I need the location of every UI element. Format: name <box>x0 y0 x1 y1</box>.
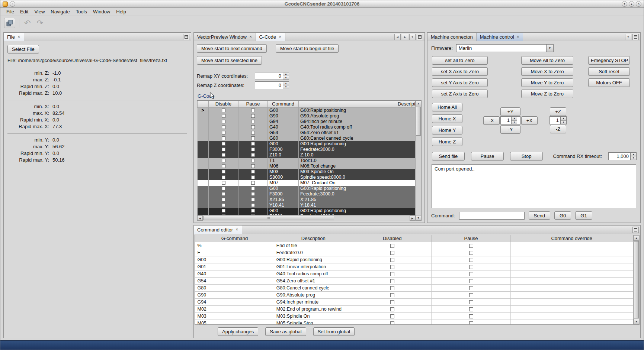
set-all-to-zero-button[interactable]: set all to Zero <box>432 56 488 65</box>
disabled-checkbox[interactable] <box>390 300 394 304</box>
pause-checkbox[interactable] <box>469 314 473 318</box>
disable-checkbox[interactable] <box>222 120 225 123</box>
editor-column-g-command[interactable]: G-command <box>195 235 274 242</box>
remap-xy-value[interactable]: 0 <box>255 72 283 80</box>
remap-xy-spinner[interactable]: 0 ▲▼ <box>255 72 289 80</box>
editor-table-row[interactable]: FFeedrate:0.0 <box>195 249 633 256</box>
disable-checkbox[interactable] <box>222 114 225 118</box>
command-override-cell[interactable] <box>510 263 633 270</box>
editor-table-row[interactable]: M02M02:End of program..no rewind <box>195 305 633 312</box>
gcode-column-description[interactable]: Description <box>299 101 416 107</box>
scroll-up-icon[interactable]: ▲ <box>634 235 639 241</box>
pause-checkbox[interactable] <box>469 300 473 304</box>
scroll-down-icon[interactable]: ▼ <box>634 319 639 324</box>
disabled-checkbox[interactable] <box>390 286 394 290</box>
pause-checkbox[interactable] <box>251 114 255 118</box>
tab-command-editor[interactable]: Command editor ✕ <box>194 226 242 234</box>
tab-scroll-left-icon[interactable]: ◀ <box>394 34 401 40</box>
spinner-down-icon[interactable]: ▼ <box>512 121 517 124</box>
spinner-up-icon[interactable]: ▲ <box>631 153 636 156</box>
gcode-table-row[interactable]: Z10.0Z:10.0 <box>198 152 416 158</box>
editor-column-disabled[interactable]: Disabled <box>353 235 432 242</box>
scrollbar-thumb[interactable] <box>203 216 334 220</box>
disable-checkbox[interactable] <box>222 175 225 179</box>
spinner-down-icon[interactable]: ▼ <box>283 76 289 80</box>
jog-plus-z-button[interactable]: +Z <box>550 107 566 116</box>
disable-checkbox[interactable] <box>222 136 225 140</box>
pause-checkbox[interactable] <box>251 203 255 207</box>
disable-checkbox[interactable] <box>222 192 225 196</box>
vertical-scrollbar[interactable]: ▲ ▼ <box>633 235 639 324</box>
gcode-table-row[interactable]: G54G54:Zero offset #1 <box>198 130 416 136</box>
close-icon[interactable]: ✕ <box>249 35 252 39</box>
menu-navigate[interactable]: Navigate <box>48 8 73 15</box>
pause-checkbox[interactable] <box>469 272 473 276</box>
tab-file[interactable]: File ✕ <box>4 33 24 41</box>
titlebar[interactable]: ◦ GcodeCNCsender 201403101706 ▾ ▴ ✕ <box>0 0 644 8</box>
disable-checkbox[interactable] <box>222 159 225 162</box>
move-all-to-zero-button[interactable]: Move All to Zero <box>521 56 573 65</box>
spinner-up-icon[interactable]: ▲ <box>283 72 289 76</box>
command-override-cell[interactable] <box>510 312 633 320</box>
disable-checkbox[interactable] <box>222 125 225 129</box>
pause-checkbox[interactable] <box>251 181 255 185</box>
jog-minus-y-button[interactable]: -Y <box>500 125 520 134</box>
z-step-value[interactable]: 1 <box>550 117 560 124</box>
pause-checkbox[interactable] <box>469 293 473 297</box>
menu-file[interactable]: File <box>3 8 17 15</box>
gcode-table-row[interactable]: M06M06:Tool change <box>198 163 416 169</box>
pause-checkbox[interactable] <box>251 209 255 213</box>
command-override-cell[interactable] <box>510 305 633 312</box>
pause-checkbox[interactable] <box>251 148 255 151</box>
scroll-up-icon[interactable]: ▲ <box>416 101 421 106</box>
pause-checkbox[interactable] <box>251 125 255 129</box>
disabled-checkbox[interactable] <box>390 265 394 269</box>
gcode-table-row[interactable]: G00G00:Rapid positioning <box>198 141 416 147</box>
disabled-checkbox[interactable] <box>390 279 394 283</box>
tab-gcode[interactable]: G-Code ✕ <box>256 33 285 41</box>
jog-minus-z-button[interactable]: -Z <box>550 125 566 133</box>
gcode-table-row[interactable]: M03M03:Spindle On <box>198 169 416 175</box>
pause-checkbox[interactable] <box>251 131 255 135</box>
window-menu-button[interactable]: ◦ <box>10 1 15 7</box>
tab-dropdown-icon[interactable]: ▼ <box>409 34 416 40</box>
close-button[interactable]: ✕ <box>636 1 641 7</box>
disable-checkbox[interactable] <box>222 181 225 185</box>
disable-checkbox[interactable] <box>222 148 225 151</box>
pause-checkbox[interactable] <box>251 192 255 196</box>
menu-tools[interactable]: Tools <box>73 8 90 15</box>
remap-z-value[interactable]: 0 <box>255 82 283 89</box>
home-all-button[interactable]: Home All <box>432 103 462 111</box>
send-file-button[interactable]: Send file <box>432 152 465 161</box>
pause-checkbox[interactable] <box>469 244 473 248</box>
gcode-table-row[interactable]: G40G40:Tool radius comp off <box>198 124 416 130</box>
tab-machine-connection[interactable]: Machine connecton <box>427 33 477 41</box>
disabled-checkbox[interactable] <box>390 251 394 255</box>
command-override-cell[interactable] <box>510 284 633 291</box>
command-override-cell[interactable] <box>510 270 633 277</box>
home-z-button[interactable]: Home Z <box>432 137 462 146</box>
command-override-cell[interactable] <box>510 320 633 324</box>
gcode-column-marker[interactable] <box>198 101 209 107</box>
stop-button[interactable]: Stop <box>510 152 543 161</box>
gcode-table-row[interactable]: G94G94:Inch per minute <box>198 119 416 124</box>
gcode-table-row[interactable]: S8000Spindle speed:8000.0 <box>198 175 416 180</box>
console-log[interactable]: Com port opened.. <box>432 164 636 208</box>
jog-minus-x-button[interactable]: -X <box>483 116 500 125</box>
gcode-table-row[interactable]: F3000Feedrate:3000.0 <box>198 147 416 152</box>
close-icon[interactable]: ✕ <box>236 228 238 231</box>
jog-plus-y-button[interactable]: +Y <box>500 107 520 116</box>
command-override-cell[interactable] <box>510 298 633 305</box>
gcode-table-row[interactable]: Y18.41Y:18.41 <box>198 202 416 208</box>
command-override-cell[interactable] <box>510 256 633 263</box>
horizontal-scrollbar[interactable]: ◀ ▶ <box>197 215 415 221</box>
editor-table-row[interactable]: G94G94:Inch per minute <box>195 298 633 305</box>
move-start-selected-line-button[interactable]: Move start to selected line <box>197 56 262 65</box>
pause-checkbox[interactable] <box>251 153 255 157</box>
spinner-down-icon[interactable]: ▼ <box>631 156 636 160</box>
gcode-table-row[interactable]: >G00G00:Rapid positioning <box>198 107 416 113</box>
rx-timeout-value[interactable]: 1,000 <box>609 153 630 160</box>
pause-checkbox[interactable] <box>251 159 255 162</box>
pause-button[interactable]: Pause <box>471 152 504 161</box>
pause-checkbox[interactable] <box>469 258 473 262</box>
